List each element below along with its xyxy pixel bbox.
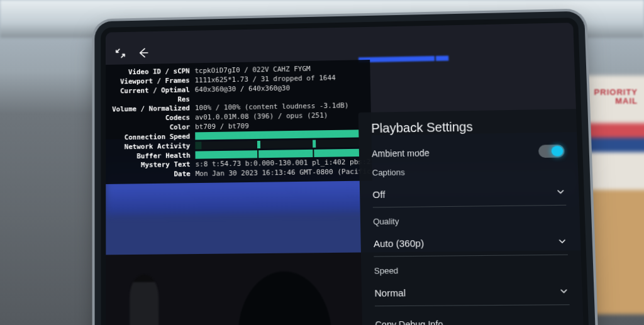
quality-value: Auto (360p) — [374, 237, 424, 248]
stats-overlay: Video ID / sCPNtcpkOiD7gI0 / 022V CAHZ F… — [106, 60, 372, 184]
parcel-label: PRIORITY MAIL — [594, 88, 638, 106]
speed-value: Normal — [374, 287, 406, 298]
quality-caption: Quality — [373, 214, 567, 226]
stat-value-res: 640x360@30 / 640x360@30 — [195, 82, 371, 104]
ambient-mode-label: Ambient mode — [372, 148, 430, 159]
speed-select[interactable]: Normal — [374, 278, 570, 306]
back-arrow-icon[interactable] — [136, 47, 149, 59]
collapse-icon[interactable] — [114, 47, 127, 60]
copy-debug-label: Copy Debug Info — [375, 319, 443, 325]
captions-value: Off — [372, 189, 385, 200]
stat-label-mystery: Mystery Text — [111, 160, 191, 171]
quality-field: Quality Auto (360p) — [373, 214, 568, 256]
quality-select[interactable]: Auto (360p) — [374, 228, 568, 256]
speed-caption: Speed — [374, 264, 569, 275]
chevron-down-icon — [555, 187, 566, 197]
screen: Video ID / sCPNtcpkOiD7gI0 / 022V CAHZ F… — [106, 23, 584, 325]
copy-debug-info[interactable]: Copy Debug Info — [375, 314, 570, 325]
ambient-mode-toggle[interactable] — [538, 145, 565, 158]
chevron-down-icon — [558, 286, 569, 297]
stat-label-res: Current / Optimal Res — [111, 85, 190, 106]
captions-field: Captions Off — [372, 165, 567, 208]
panel-title: Playback Settings — [371, 118, 564, 136]
speed-field: Speed Normal — [374, 264, 570, 306]
player-nav — [114, 47, 149, 60]
buffer-health-bar — [195, 148, 359, 158]
playback-settings-panel: Playback Settings Ambient mode Captions … — [358, 109, 584, 325]
parcel-line2: MAIL — [615, 96, 638, 106]
stat-label-date: Date — [111, 170, 191, 180]
prop-bottle — [130, 274, 158, 325]
chevron-down-icon — [557, 236, 567, 247]
parcel-line1: PRIORITY — [594, 87, 638, 97]
progress-accent-tail — [436, 56, 448, 61]
tablet-device: Video ID / sCPNtcpkOiD7gI0 / 022V CAHZ F… — [101, 18, 589, 325]
network-activity-bar — [195, 139, 358, 149]
scene-root: PRIORITY MAIL Video ID / sCPNtcpkOiD7gI0… — [0, 0, 644, 325]
stat-value-date: Mon Jan 30 2023 16:13:46 GMT-0800 (Pacif… — [196, 167, 372, 179]
captions-caption: Captions — [372, 165, 565, 178]
ambient-mode-row[interactable]: Ambient mode — [372, 145, 565, 160]
captions-select[interactable]: Off — [372, 179, 566, 207]
